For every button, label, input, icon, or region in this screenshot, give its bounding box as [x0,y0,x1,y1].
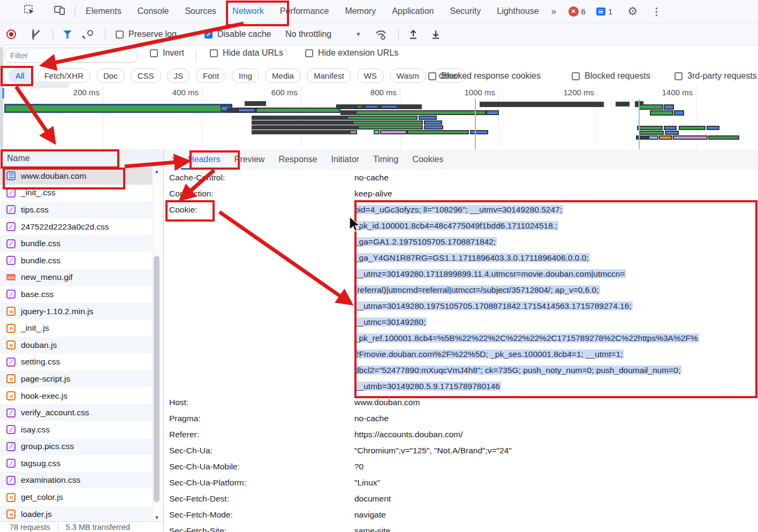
request-row[interactable]: ∕verify_account.css [0,404,152,421]
cookie-line-text: _ga=GA1.2.1975105705.1708871842; [354,237,497,246]
blocked-response-cookies-checkbox[interactable]: Blocked response cookies [428,71,541,81]
request-name: 247522d2223a0c2d.css [21,222,109,232]
scrollbar-thumb[interactable] [154,256,160,502]
tab-application[interactable]: Application [384,0,442,22]
throttling-select[interactable]: No throttling [285,29,331,39]
kebab-menu-icon[interactable]: ⋮ [651,5,662,18]
details-tab-headers[interactable]: Headers [181,149,227,170]
more-tabs-chevron[interactable]: » [547,0,561,22]
record-network-log-button[interactable] [6,29,16,39]
request-row[interactable]: ∕tagsug.css [0,455,152,472]
request-row[interactable]: ‹›page-script.js [0,370,152,387]
waterfall-bar [380,130,407,134]
request-row[interactable]: ∕setting.css [0,354,152,371]
request-name: loader.js [21,510,52,519]
scroll-up-icon[interactable]: ▲ [153,169,161,174]
network-conditions-icon[interactable] [375,28,389,43]
type-pill-all[interactable]: All [9,69,32,83]
message-badge-icon [596,7,605,16]
request-row[interactable]: ∕_init_.css [0,185,152,202]
request-row[interactable]: ‹›hook-exec.js [0,387,152,405]
settings-gear-icon[interactable]: ⚙ [627,5,638,18]
request-list-scrollbar[interactable]: ▲ ▼ [152,168,161,521]
toolbar-separator [196,50,196,62]
type-pill-js[interactable]: JS [167,69,191,83]
filter-input[interactable] [4,48,138,63]
disable-cache-checkbox[interactable]: ✓Disable cache [204,29,271,39]
timeline-range-handle[interactable] [2,88,4,98]
type-pill-ws[interactable]: WS [357,69,384,83]
import-har-icon[interactable] [408,28,419,42]
request-row[interactable]: ‹›jquery-1.10.2.min.js [0,303,152,320]
blocked-requests-checkbox[interactable]: Blocked requests [572,71,650,81]
waterfall-bar [357,105,362,109]
timeline-gridline [597,86,598,149]
tab-network[interactable]: Network [224,0,272,22]
request-row[interactable]: newnew_menu.gif [0,269,152,286]
stylesheet-icon: ∕ [6,408,16,417]
invert-checkbox[interactable]: Invert [150,48,184,58]
export-har-icon[interactable] [430,28,441,42]
tab-elements[interactable]: Elements [78,0,130,22]
request-row[interactable]: ‹›get_color.js [0,489,152,506]
tab-console[interactable]: Console [130,0,177,22]
type-pill-manifest[interactable]: Manifest [307,69,351,83]
error-count: 6 [581,7,586,16]
type-pill-media[interactable]: Media [265,69,301,83]
header-key: Sec-Ch-Ua: [164,443,354,459]
tab-lighthouse[interactable]: Lighthouse [489,0,547,22]
type-pill-font[interactable]: Font [196,69,226,83]
third-party-requests-checkbox[interactable]: 3rd-party requests [674,71,757,81]
cookie-line: __utmb=30149280.5.9.1715789780146 [354,378,758,394]
tab-performance[interactable]: Performance [272,0,337,22]
tab-memory[interactable]: Memory [337,0,384,22]
request-row[interactable]: ∕examination.css [0,472,152,489]
scroll-down-icon[interactable]: ▼ [153,515,161,520]
waterfall-bar [355,110,486,115]
request-row[interactable]: ∕247522d2223a0c2d.css [0,218,152,235]
type-pill-wasm[interactable]: Wasm [390,69,426,83]
preserve-log-checkbox[interactable]: Preserve log [116,29,177,39]
type-pill-css[interactable]: CSS [131,69,161,83]
close-details-icon[interactable]: ✕ [168,155,181,165]
request-row[interactable]: ∕bundle.css [0,235,152,252]
request-row[interactable]: ∕bundle.css [0,252,152,269]
waterfall-bar [674,110,684,116]
name-column-header[interactable]: Name [0,149,164,167]
details-tab-response[interactable]: Response [271,149,324,170]
stylesheet-icon: ∕ [6,476,16,485]
type-pill-img[interactable]: Img [232,69,259,83]
waterfall-bar [637,126,663,130]
request-row[interactable]: ‹›douban.js [0,337,152,354]
hide-data-urls-checkbox[interactable]: Hide data URLs [210,48,283,58]
request-row[interactable]: ‹›_init_.js [0,320,152,337]
request-name: jquery-1.10.2.min.js [21,307,93,316]
type-pill-doc[interactable]: Doc [96,69,125,83]
type-pill-fetch/xhr[interactable]: Fetch/XHR [37,69,90,83]
request-row[interactable]: www.douban.com [0,168,152,185]
header-value: ?0 [354,459,758,475]
hide-extension-urls-checkbox[interactable]: Hide extension URLs [305,48,398,58]
request-row[interactable]: ∕group.pics.css [0,438,152,455]
tab-security[interactable]: Security [442,0,489,22]
request-row[interactable]: ∕tips.css [0,201,152,218]
cookie-line-text: _pk_id.100001.8cb4=48c4775049f1bdd6.1711… [354,221,558,230]
request-row[interactable]: ∕isay.css [0,421,152,438]
console-error-counter[interactable]: ✕ 6 [568,6,586,17]
console-message-counter[interactable]: 1 [596,7,612,16]
details-tab-preview[interactable]: Preview [227,149,271,170]
clear-network-log-button[interactable] [32,29,34,40]
header-value: navigate [354,507,758,523]
request-row[interactable]: ‹›loader.js [0,506,152,521]
inspect-element-icon[interactable] [24,4,35,18]
disable-cache-label: Disable cache [217,29,271,39]
filter-funnel-icon[interactable] [63,31,72,39]
details-tab-cookies[interactable]: Cookies [405,149,450,170]
device-toolbar-icon[interactable] [54,5,65,18]
network-overview-waterfall[interactable]: 200 ms400 ms600 ms800 ms1000 ms1200 ms14… [0,86,758,150]
request-row[interactable]: ∕base.css [0,286,152,303]
details-tab-timing[interactable]: Timing [366,149,405,170]
details-tab-initiator[interactable]: Initiator [324,149,366,170]
tab-sources[interactable]: Sources [177,0,224,22]
throttling-caret-icon[interactable]: ▾ [357,30,360,38]
